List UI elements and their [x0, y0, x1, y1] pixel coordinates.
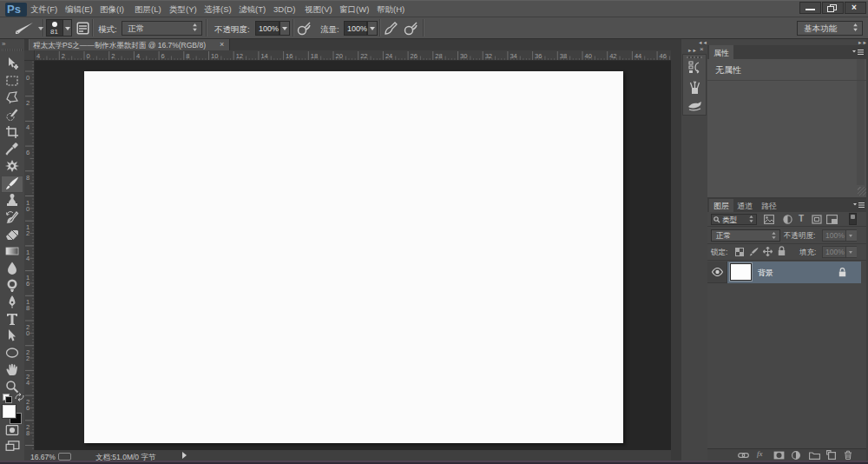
svg-text:2: 2	[26, 355, 30, 362]
svg-text:36: 36	[535, 52, 542, 60]
svg-text:0: 0	[26, 329, 30, 337]
svg-text:30: 30	[460, 52, 467, 60]
svg-text:2: 2	[111, 52, 115, 60]
svg-text:10: 10	[211, 52, 218, 60]
svg-text:8: 8	[26, 174, 30, 182]
svg-text:4: 4	[136, 52, 140, 60]
svg-text:18: 18	[311, 52, 318, 60]
svg-text:6: 6	[26, 404, 30, 412]
svg-text:0: 0	[26, 74, 30, 82]
svg-text:6: 6	[26, 149, 30, 156]
svg-text:8: 8	[26, 304, 30, 312]
svg-text:2: 2	[26, 229, 30, 237]
svg-text:0: 0	[87, 52, 90, 60]
svg-text:20: 20	[336, 52, 343, 60]
svg-text:44: 44	[635, 52, 641, 60]
svg-text:14: 14	[260, 52, 267, 60]
svg-text:34: 34	[510, 52, 516, 60]
svg-text:38: 38	[560, 52, 567, 60]
svg-text:12: 12	[236, 52, 243, 60]
svg-text:6: 6	[26, 280, 30, 288]
svg-text:28: 28	[435, 52, 442, 60]
svg-text:8: 8	[26, 429, 30, 437]
svg-text:4: 4	[26, 379, 30, 387]
svg-text:24: 24	[385, 52, 392, 60]
svg-text:2: 2	[26, 99, 30, 107]
svg-text:4: 4	[26, 123, 30, 131]
svg-text:4: 4	[26, 255, 30, 262]
svg-text:2: 2	[62, 52, 65, 60]
svg-text:46: 46	[660, 52, 667, 60]
svg-text:16: 16	[286, 52, 293, 60]
svg-text:6: 6	[161, 52, 165, 60]
svg-text:40: 40	[585, 52, 592, 60]
svg-text:32: 32	[485, 52, 492, 60]
svg-text:26: 26	[411, 52, 418, 60]
svg-text:4: 4	[36, 52, 40, 60]
svg-text:0: 0	[26, 205, 30, 213]
svg-text:22: 22	[360, 52, 367, 60]
svg-text:8: 8	[186, 52, 189, 60]
svg-text:42: 42	[609, 52, 616, 60]
